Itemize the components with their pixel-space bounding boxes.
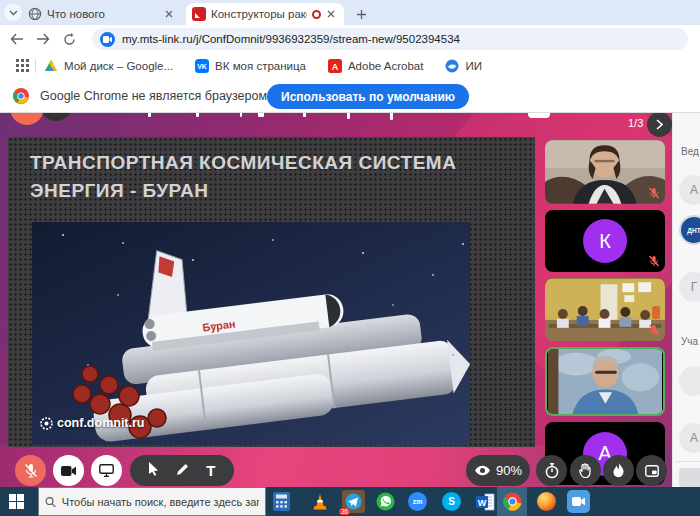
participant-avatar-k[interactable]: К [545, 210, 665, 272]
bookmarks-bar: Мой диск – Google... VK ВК моя страница … [0, 53, 700, 79]
clipped-header-control [528, 113, 550, 118]
host-avatar[interactable]: А [679, 175, 700, 205]
panel-button[interactable] [679, 468, 700, 487]
tab-conference[interactable]: Конструкторы ракетно-ко [186, 3, 344, 25]
presentation-slide: ТРАНСПОРТНАЯ КОСМИЧЕСКАЯ СИСТЕМА ЭНЕРГИЯ… [8, 137, 535, 447]
tab-title: Конструкторы ракетно-ко [211, 8, 307, 20]
clipped-header-text [258, 113, 264, 117]
skype-icon[interactable]: S [442, 492, 461, 511]
participant-video-classroom[interactable] [545, 278, 665, 341]
calculator-icon[interactable] [270, 490, 293, 513]
start-button-icon[interactable] [9, 494, 24, 509]
clipped-header-text [347, 113, 350, 119]
globe-icon [28, 7, 42, 21]
clipped-header-text [240, 113, 242, 117]
zoom-level: 90% [496, 463, 522, 478]
bookmark-vk[interactable]: VK ВК моя страница [195, 59, 306, 73]
acrobat-icon: A [328, 59, 342, 73]
bookmark-label: ВК моя страница [215, 60, 306, 72]
use-default-button[interactable]: Использовать по умолчанию [267, 84, 469, 109]
header-avatar-circle [40, 113, 72, 121]
ai-icon [445, 59, 459, 73]
clipped-header-text [196, 113, 199, 117]
clipped-header-text [390, 113, 393, 120]
reactions-fire-button[interactable] [603, 455, 634, 486]
timer-button[interactable] [536, 455, 567, 486]
participants-panel: Вед А ДНТ Г Уча А [672, 113, 700, 487]
firefox-icon[interactable] [535, 490, 558, 513]
svg-text:W: W [478, 497, 487, 507]
omnibox[interactable]: my.mts-link.ru/j/ConfDomnit/9936932359/s… [92, 28, 688, 50]
zoom-control[interactable]: 90% [466, 455, 530, 486]
slide-pager: 1/3 [628, 117, 643, 129]
mic-muted-icon [648, 324, 660, 336]
text-tool-icon[interactable]: T [206, 462, 215, 479]
annotation-tools: T [130, 455, 234, 486]
camera-toggle-button[interactable] [53, 455, 84, 486]
windows-taskbar: Чтобы начать поиск, введите здесь запрос… [0, 487, 700, 516]
tab-whats-new[interactable]: Что нового [22, 3, 182, 25]
chrome-taskbar-icon[interactable] [501, 490, 524, 513]
bookmark-google-drive[interactable]: Мой диск – Google... [44, 59, 173, 73]
divider [35, 59, 36, 73]
word-icon[interactable]: W [474, 490, 497, 513]
dnt-logo-avatar[interactable]: ДНТ [679, 215, 700, 245]
clipped-header-text [303, 113, 306, 117]
bookmark-label: Мой диск – Google... [64, 60, 173, 72]
new-tab-button[interactable] [352, 5, 370, 23]
zoom-icon[interactable]: zm [408, 492, 427, 511]
screen-share-button[interactable] [91, 455, 122, 486]
bookmark-ai[interactable]: ИИ [445, 59, 482, 73]
mts-link-app-icon[interactable] [567, 490, 590, 513]
participant-video-1[interactable] [545, 140, 665, 204]
bookmark-acrobat[interactable]: A Adobe Acrobat [328, 59, 423, 73]
tab-title: Что нового [47, 8, 157, 20]
search-icon [45, 496, 56, 508]
taskbar-search-input[interactable]: Чтобы начать поиск, введите здесь запрос [38, 487, 266, 516]
avatar: К [583, 219, 627, 263]
participant-video-speaker[interactable] [545, 347, 665, 416]
slide-title: ТРАНСПОРТНАЯ КОСМИЧЕСКАЯ СИСТЕМА ЭНЕРГИЯ… [30, 149, 520, 205]
close-icon[interactable] [162, 7, 176, 21]
watermark: conf.domnit.ru [40, 416, 145, 430]
screen: Что нового Конструкторы ракетно-ко my.mt… [0, 0, 700, 516]
conference-area: 1/3 ТРАНСПОРТНАЯ КОСМИЧЕСКАЯ СИСТЕМА ЭНЕ… [0, 113, 700, 487]
layout-button[interactable] [636, 455, 667, 486]
vlc-icon[interactable] [308, 490, 331, 513]
bookmark-label: ИИ [465, 60, 482, 72]
mic-muted-icon [648, 187, 660, 199]
tab-search-chevron-icon[interactable] [4, 4, 22, 21]
whatsapp-icon[interactable] [374, 490, 397, 513]
participants-label: Уча [681, 336, 698, 347]
next-slide-button[interactable] [647, 113, 672, 137]
participant-avatar[interactable] [679, 366, 700, 396]
address-bar: my.mts-link.ru/j/ConfDomnit/9936932359/s… [0, 25, 700, 53]
chrome-icon [13, 88, 29, 108]
clipped-header-text [148, 113, 151, 117]
mic-toggle-button[interactable] [15, 455, 46, 486]
mts-link-favicon [192, 7, 206, 21]
header-logo-circle [10, 113, 44, 125]
forward-icon[interactable] [34, 30, 52, 48]
stars [62, 234, 64, 236]
raise-hand-button[interactable] [570, 455, 601, 486]
reload-icon[interactable] [60, 30, 78, 48]
tab-strip: Что нового Конструкторы ракетно-ко [0, 0, 700, 25]
divider [675, 461, 700, 462]
back-icon[interactable] [8, 30, 26, 48]
host-avatar[interactable]: Г [679, 272, 700, 302]
telegram-icon[interactable]: 36 [342, 490, 365, 513]
eye-icon [474, 465, 491, 476]
cursor-tool-icon[interactable] [148, 462, 159, 480]
bookmark-label: Adobe Acrobat [348, 60, 423, 72]
url-text: my.mts-link.ru/j/ConfDomnit/9936932359/s… [122, 33, 460, 45]
participant-avatar[interactable]: А [679, 423, 700, 453]
default-browser-banner: Google Chrome не является браузером по у… [0, 79, 700, 113]
svg-text:VK: VK [197, 63, 207, 70]
gear-icon [40, 417, 53, 430]
notification-badge: 36 [339, 508, 350, 515]
pencil-tool-icon[interactable] [176, 462, 189, 480]
camera-permission-icon[interactable] [100, 32, 115, 47]
apps-grid-icon[interactable] [16, 59, 29, 74]
close-icon[interactable] [324, 7, 338, 21]
